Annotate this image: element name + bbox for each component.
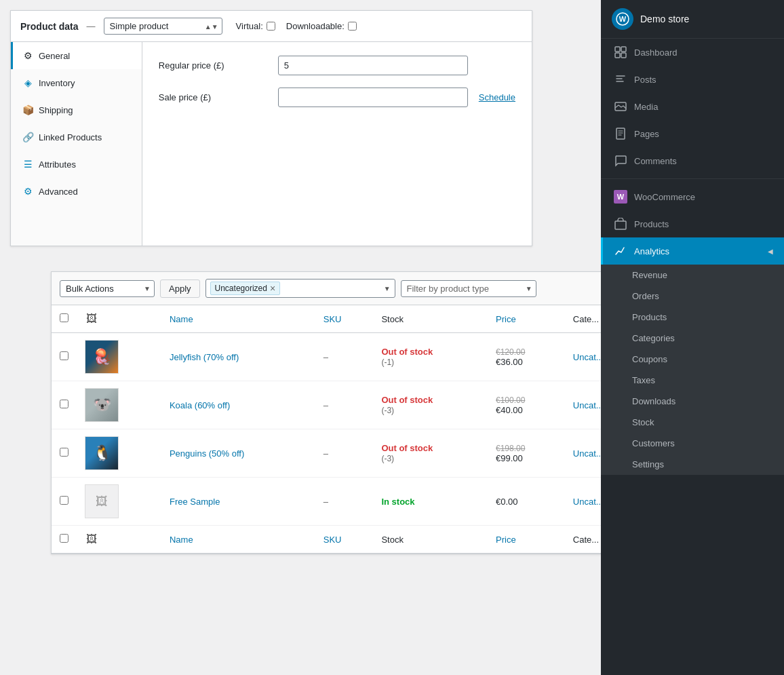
product-type-wrapper[interactable]: Simple product Variable product Grouped … [104, 18, 222, 35]
row-name-cell-1[interactable]: Jellyfish (70% off) [161, 333, 315, 381]
row-checkbox-4[interactable] [60, 496, 68, 505]
bulk-actions-select[interactable]: Bulk Actions Edit Move to Trash [60, 280, 155, 297]
row-checkbox-1[interactable] [60, 351, 68, 360]
th-sku[interactable]: SKU [315, 305, 374, 333]
category-link-3[interactable]: Uncat... [573, 448, 604, 459]
sidebar-item-dashboard[interactable]: Dashboard [601, 39, 784, 66]
row-checkbox-2[interactable] [60, 400, 68, 408]
category-link-2[interactable]: Uncat... [573, 400, 604, 410]
row-checkbox-cell-4[interactable] [52, 478, 77, 526]
sidebar-shipping-label: Shipping [39, 105, 73, 115]
bulk-actions-wrapper[interactable]: Bulk Actions Edit Move to Trash ▼ [60, 280, 155, 297]
sidebar-item-products[interactable]: Products [601, 210, 784, 237]
regular-price-input[interactable] [278, 56, 468, 75]
product-type-filter-wrapper[interactable]: Filter by product type Simple product Va… [401, 280, 536, 297]
tf-name[interactable]: Name [161, 526, 315, 554]
row-name-cell-4[interactable]: Free Sample [161, 478, 315, 526]
select-all-footer-checkbox[interactable] [60, 534, 68, 543]
row-price-cell-3: €198.00 €99.00 [488, 429, 565, 478]
row-sku-cell-3: – [315, 429, 374, 478]
category-tag-remove[interactable]: × [270, 284, 275, 293]
sidebar-item-attributes[interactable]: ☰ Attributes [11, 151, 142, 178]
title-separator: — [87, 21, 96, 31]
sale-price-input[interactable] [278, 88, 468, 107]
row-stock-cell-3: Out of stock (-3) [373, 429, 488, 478]
sidebar-general-label: General [39, 51, 70, 61]
product-link-2[interactable]: Koala (60% off) [170, 400, 230, 410]
sidebar-item-woocommerce[interactable]: W WooCommerce [601, 183, 784, 210]
downloadable-checkbox[interactable] [348, 22, 357, 31]
price-sale-3: €99.00 [496, 453, 557, 463]
row-checkbox-cell-2[interactable] [52, 381, 77, 429]
sidebar-item-pages[interactable]: Pages [601, 120, 784, 147]
tf-price[interactable]: Price [488, 526, 565, 554]
submenu-item-revenue[interactable]: Revenue [601, 265, 784, 286]
submenu-item-settings[interactable]: Settings [601, 454, 784, 475]
downloadable-label[interactable]: Downloadable: [286, 21, 357, 31]
pages-label: Pages [634, 129, 773, 139]
submenu-item-orders[interactable]: Orders [601, 286, 784, 307]
svg-rect-3 [621, 47, 626, 52]
svg-rect-2 [615, 47, 620, 52]
th-thumbnail: 🖼 [77, 305, 161, 333]
sidebar-item-inventory[interactable]: ◈ Inventory [11, 69, 142, 96]
row-thumbnail-cell-2: 🐨 [77, 381, 161, 429]
wp-logo: W [612, 8, 633, 30]
product-type-select[interactable]: Simple product Variable product Grouped … [104, 18, 222, 35]
general-icon: ⚙ [22, 50, 33, 61]
sidebar-item-shipping[interactable]: 📦 Shipping [11, 96, 142, 123]
categories-label: Categories [632, 333, 675, 343]
stock-qty-1: (-1) [381, 358, 394, 367]
category-link-4[interactable]: Uncat... [573, 497, 604, 507]
sku-value-3: – [324, 448, 328, 459]
category-link-1[interactable]: Uncat... [573, 352, 604, 362]
price-free-4: €0.00 [496, 497, 557, 507]
virtual-checkbox[interactable] [267, 22, 275, 31]
sidebar-item-comments[interactable]: Comments [601, 147, 784, 174]
tf-sku[interactable]: SKU [315, 526, 374, 554]
row-sku-cell-2: – [315, 381, 374, 429]
sidebar-item-media[interactable]: Media [601, 93, 784, 120]
table-footer-row: 🖼 Name SKU Stock Price Cate... [52, 526, 644, 554]
submenu-item-coupons[interactable]: Coupons [601, 349, 784, 370]
product-link-1[interactable]: Jellyfish (70% off) [170, 352, 239, 362]
submenu-item-categories[interactable]: Categories [601, 328, 784, 349]
submenu-item-products[interactable]: Products [601, 307, 784, 328]
schedule-link[interactable]: Schedule [479, 92, 515, 102]
products-label: Products [634, 219, 773, 229]
product-link-3[interactable]: Penguins (50% off) [170, 448, 244, 459]
select-all-checkbox[interactable] [60, 313, 68, 322]
thumbnail-header-icon: 🖼 [85, 312, 98, 326]
sidebar-item-advanced[interactable]: ⚙ Advanced [11, 178, 142, 205]
site-name: Demo store [640, 14, 689, 24]
svg-rect-7 [616, 128, 625, 139]
row-sku-cell-1: – [315, 333, 374, 381]
row-checkbox-cell-3[interactable] [52, 429, 77, 478]
posts-icon [614, 73, 627, 86]
sku-value-1: – [324, 352, 328, 362]
row-sku-cell-4: – [315, 478, 374, 526]
apply-button[interactable]: Apply [160, 279, 200, 298]
th-price[interactable]: Price [488, 305, 565, 333]
submenu-item-stock[interactable]: Stock [601, 412, 784, 433]
stock-status-3: Out of stock [381, 443, 433, 453]
product-type-filter-select[interactable]: Filter by product type Simple product Va… [401, 280, 536, 297]
row-name-cell-3[interactable]: Penguins (50% off) [161, 429, 315, 478]
row-name-cell-2[interactable]: Koala (60% off) [161, 381, 315, 429]
sidebar-item-general[interactable]: ⚙ General [11, 42, 142, 69]
row-checkbox-3[interactable] [60, 448, 68, 457]
submenu-item-customers[interactable]: Customers [601, 433, 784, 454]
th-name[interactable]: Name [161, 305, 315, 333]
virtual-label[interactable]: Virtual: [236, 21, 275, 31]
sidebar-item-linked-products[interactable]: 🔗 Linked Products [11, 123, 142, 151]
sidebar-item-analytics[interactable]: Analytics ◀ [601, 237, 784, 265]
row-checkbox-cell[interactable] [52, 333, 77, 381]
sidebar-item-posts[interactable]: Posts [601, 66, 784, 93]
downloads-label: Downloads [632, 396, 675, 406]
submenu-item-taxes[interactable]: Taxes [601, 370, 784, 391]
submenu-item-downloads[interactable]: Downloads [601, 391, 784, 412]
category-filter[interactable]: Uncategorized × ▼ [205, 279, 395, 298]
svg-text:W: W [619, 15, 627, 23]
product-link-4[interactable]: Free Sample [170, 497, 220, 507]
coupons-label: Coupons [632, 354, 667, 364]
